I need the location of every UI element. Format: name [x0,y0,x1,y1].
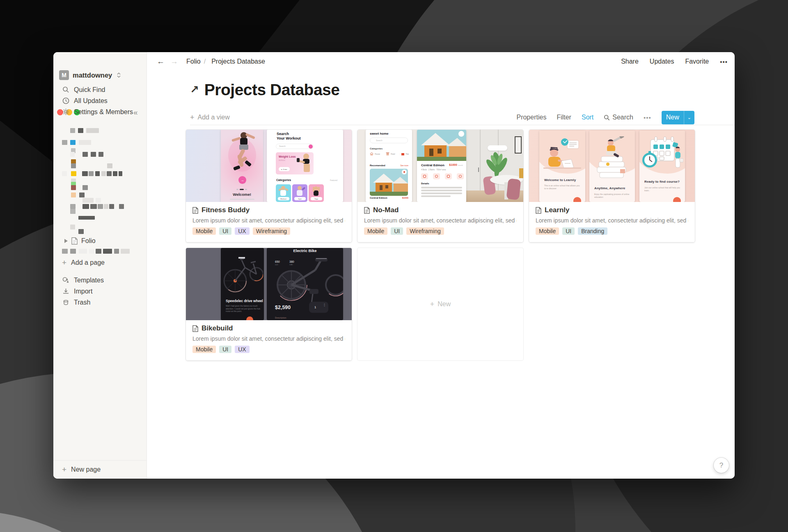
onboarding-title: Anytime, Anywhere [594,186,625,190]
card-description: Lorem ipsum dolor sit amet, consectetur … [364,217,517,224]
house-icon [370,152,373,156]
expand-toggle-icon[interactable] [64,239,68,243]
breadcrumb-parent[interactable]: Folio [186,58,201,65]
sidebar-item-label: Quick Find [74,86,105,94]
project-card-no-mad[interactable]: sweet home Search Categories House Hotel… [357,130,523,242]
tag: Mobile [192,346,216,353]
new-page-label: New page [71,466,101,473]
view-tools: Properties Filter Sort Search ••• New ⌄ [516,111,694,124]
tag: Mobile [192,227,216,235]
description-label: Description [275,316,286,319]
category-label: Yoga [311,197,322,200]
redacted-block [109,204,114,209]
sidebar-item-folio[interactable]: Folio [53,235,147,247]
ne-arrow-icon: ↗ [190,83,199,96]
redacted-block [95,171,100,176]
card-title: Bikebuild [202,324,233,332]
sidebar-item-label: Trash [74,299,90,306]
more-options-icon[interactable]: ••• [720,58,728,65]
tag: UI [219,346,231,353]
card-tags: Mobile UI Branding [536,227,688,235]
new-page-button[interactable]: + New page [53,460,147,479]
clock-icon [62,97,69,104]
add-view-button[interactable]: + Add a view [190,113,230,122]
redacted-block [79,249,87,254]
new-record-dropdown[interactable]: ⌄ [684,111,694,124]
recommended-title: Recomended [370,164,385,167]
sidebar-item-label: Import [74,288,92,295]
redacted-block [114,249,119,254]
redacted-block [71,193,76,197]
updates-button[interactable]: Updates [650,58,674,65]
category-label: Gym [294,197,306,200]
cta-circle-button [246,316,253,320]
forward-arrow-icon[interactable]: → [170,57,178,66]
phone-screen: sweet home Search Categories House Hotel… [366,130,412,202]
redacted-block [79,193,85,197]
next-circle-button [573,197,581,202]
project-card-learnly[interactable]: Welcome to Learnly This is an online sch… [529,130,695,242]
interior-photo [466,130,523,202]
listing-price: $1000 [402,197,408,199]
filter-button[interactable]: Filter [557,114,571,121]
redacted-block [89,171,94,176]
card-body: No-Mad Lorem ipsum dolor sit amet, conse… [357,202,523,235]
trash-icon [62,299,69,306]
redacted-block [98,152,103,157]
weight-loss-title: Weight Loss [279,155,296,158]
help-button[interactable]: ? [714,458,729,473]
page-title: Projects Database [204,81,340,99]
share-button[interactable]: Share [621,58,639,65]
plus-icon: + [430,300,435,309]
sidebar-item-settings[interactable]: Settings & Members [53,106,147,117]
onboarding-title: Ready to find course? [644,180,680,183]
add-a-page-button[interactable]: + Add a page [53,257,147,268]
favorite-button[interactable]: Favorite [685,58,709,65]
redacted-block [101,171,106,176]
sidebar-menu: Quick Find All Updates Settings & Member… [53,84,147,117]
sidebar-item-all-updates[interactable]: All Updates [53,95,147,106]
redacted-block [70,249,76,254]
sidebar-item-quick-find[interactable]: Quick Find [53,84,147,95]
page-icon [192,325,198,332]
divider [190,125,735,125]
card-body: Bikebuild Lorem ipsum dolor sit amet, co… [186,320,352,353]
back-arrow-icon[interactable]: ← [157,57,165,66]
tag: Branding [578,227,607,235]
main-content: ← → Folio / Projects Database Share Upda… [147,52,735,479]
next-circle-button [673,197,681,202]
sidebar-item-import[interactable]: Import [53,286,147,297]
new-card-button[interactable]: + New [357,248,523,360]
feature-icon [433,173,440,179]
search-button[interactable]: Search [604,114,633,121]
workspace-switcher[interactable]: M mattdowney [59,70,121,80]
sort-button[interactable]: Sort [582,114,593,121]
categories-title: Categories [276,179,291,181]
sidebar-item-trash[interactable]: Trash [53,297,147,308]
project-card-fitness-buddy[interactable]: → Welcome! Search Your Workout Search We… [186,130,352,242]
tag: Wireframing [406,227,444,235]
view-more-options-icon[interactable]: ••• [644,114,651,121]
tag: Mobile [364,227,387,235]
new-record-button[interactable]: New ⌄ [662,111,694,124]
redacted-block [82,152,88,157]
jumping-woman-illustration [221,130,263,179]
decor-shape [480,130,481,191]
project-card-bikebuild[interactable]: Speedelec drive wheel Well I had given t… [186,248,352,360]
properties-button[interactable]: Properties [516,114,546,121]
card-cover-learnly: Welcome to Learnly This is an online sch… [529,130,695,202]
breadcrumb-current[interactable]: Projects Database [211,58,265,65]
redacted-block [107,163,112,168]
category-card: Gym [292,184,307,202]
listing-name: Central Edmon [370,197,387,199]
breadcrumb-separator: / [204,58,206,65]
import-icon [62,288,69,295]
redacted-block [82,185,88,190]
details-title: Details [421,182,429,185]
card-title-row: Learnly [536,206,688,214]
sidebar-item-templates[interactable]: Templates [53,275,147,286]
hotel-icon [386,152,389,156]
view-bar: + Add a view Properties Filter Sort Sear… [190,111,694,124]
card-title-row: Bikebuild [192,324,345,332]
tag: UI [562,227,575,235]
